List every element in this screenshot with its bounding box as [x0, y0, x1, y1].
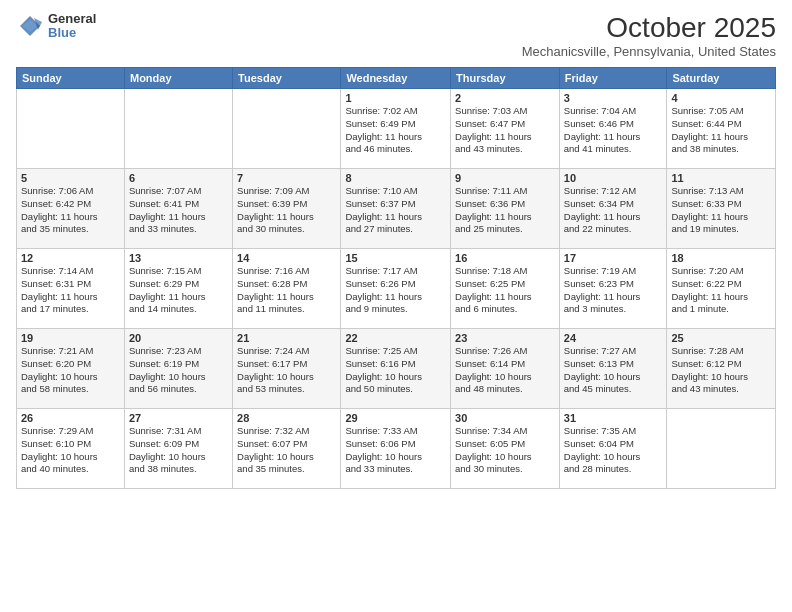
calendar-cell: 17Sunrise: 7:19 AM Sunset: 6:23 PM Dayli… — [559, 249, 667, 329]
calendar-cell: 22Sunrise: 7:25 AM Sunset: 6:16 PM Dayli… — [341, 329, 451, 409]
day-info: Sunrise: 7:02 AM Sunset: 6:49 PM Dayligh… — [345, 105, 446, 156]
day-info: Sunrise: 7:32 AM Sunset: 6:07 PM Dayligh… — [237, 425, 336, 476]
calendar-cell: 14Sunrise: 7:16 AM Sunset: 6:28 PM Dayli… — [233, 249, 341, 329]
calendar-cell: 1Sunrise: 7:02 AM Sunset: 6:49 PM Daylig… — [341, 89, 451, 169]
col-thursday: Thursday — [451, 68, 560, 89]
logo-blue-text: Blue — [48, 26, 96, 40]
day-number: 23 — [455, 332, 555, 344]
calendar-body: 1Sunrise: 7:02 AM Sunset: 6:49 PM Daylig… — [17, 89, 776, 489]
day-number: 20 — [129, 332, 228, 344]
location: Mechanicsville, Pennsylvania, United Sta… — [522, 44, 776, 59]
week-row-1: 1Sunrise: 7:02 AM Sunset: 6:49 PM Daylig… — [17, 89, 776, 169]
day-info: Sunrise: 7:17 AM Sunset: 6:26 PM Dayligh… — [345, 265, 446, 316]
day-info: Sunrise: 7:33 AM Sunset: 6:06 PM Dayligh… — [345, 425, 446, 476]
day-number: 21 — [237, 332, 336, 344]
day-info: Sunrise: 7:09 AM Sunset: 6:39 PM Dayligh… — [237, 185, 336, 236]
day-info: Sunrise: 7:35 AM Sunset: 6:04 PM Dayligh… — [564, 425, 663, 476]
calendar-header: Sunday Monday Tuesday Wednesday Thursday… — [17, 68, 776, 89]
calendar-cell: 20Sunrise: 7:23 AM Sunset: 6:19 PM Dayli… — [124, 329, 232, 409]
day-info: Sunrise: 7:20 AM Sunset: 6:22 PM Dayligh… — [671, 265, 771, 316]
day-number: 29 — [345, 412, 446, 424]
day-number: 15 — [345, 252, 446, 264]
col-friday: Friday — [559, 68, 667, 89]
calendar-cell: 30Sunrise: 7:34 AM Sunset: 6:05 PM Dayli… — [451, 409, 560, 489]
calendar-cell: 25Sunrise: 7:28 AM Sunset: 6:12 PM Dayli… — [667, 329, 776, 409]
day-number: 8 — [345, 172, 446, 184]
logo: General Blue — [16, 12, 96, 41]
day-info: Sunrise: 7:27 AM Sunset: 6:13 PM Dayligh… — [564, 345, 663, 396]
day-info: Sunrise: 7:26 AM Sunset: 6:14 PM Dayligh… — [455, 345, 555, 396]
calendar-cell — [667, 409, 776, 489]
col-tuesday: Tuesday — [233, 68, 341, 89]
calendar-cell: 24Sunrise: 7:27 AM Sunset: 6:13 PM Dayli… — [559, 329, 667, 409]
col-sunday: Sunday — [17, 68, 125, 89]
calendar-cell — [233, 89, 341, 169]
calendar-cell: 8Sunrise: 7:10 AM Sunset: 6:37 PM Daylig… — [341, 169, 451, 249]
week-row-2: 5Sunrise: 7:06 AM Sunset: 6:42 PM Daylig… — [17, 169, 776, 249]
day-info: Sunrise: 7:23 AM Sunset: 6:19 PM Dayligh… — [129, 345, 228, 396]
day-info: Sunrise: 7:15 AM Sunset: 6:29 PM Dayligh… — [129, 265, 228, 316]
day-number: 25 — [671, 332, 771, 344]
day-info: Sunrise: 7:24 AM Sunset: 6:17 PM Dayligh… — [237, 345, 336, 396]
day-info: Sunrise: 7:12 AM Sunset: 6:34 PM Dayligh… — [564, 185, 663, 236]
day-info: Sunrise: 7:16 AM Sunset: 6:28 PM Dayligh… — [237, 265, 336, 316]
day-info: Sunrise: 7:31 AM Sunset: 6:09 PM Dayligh… — [129, 425, 228, 476]
calendar-cell: 11Sunrise: 7:13 AM Sunset: 6:33 PM Dayli… — [667, 169, 776, 249]
day-number: 22 — [345, 332, 446, 344]
day-info: Sunrise: 7:25 AM Sunset: 6:16 PM Dayligh… — [345, 345, 446, 396]
calendar-cell: 31Sunrise: 7:35 AM Sunset: 6:04 PM Dayli… — [559, 409, 667, 489]
day-info: Sunrise: 7:06 AM Sunset: 6:42 PM Dayligh… — [21, 185, 120, 236]
day-number: 24 — [564, 332, 663, 344]
month-title: October 2025 — [522, 12, 776, 44]
calendar-cell: 21Sunrise: 7:24 AM Sunset: 6:17 PM Dayli… — [233, 329, 341, 409]
logo-icon — [16, 12, 44, 40]
day-number: 28 — [237, 412, 336, 424]
week-row-4: 19Sunrise: 7:21 AM Sunset: 6:20 PM Dayli… — [17, 329, 776, 409]
day-number: 11 — [671, 172, 771, 184]
day-number: 13 — [129, 252, 228, 264]
calendar-cell: 15Sunrise: 7:17 AM Sunset: 6:26 PM Dayli… — [341, 249, 451, 329]
day-number: 31 — [564, 412, 663, 424]
week-row-3: 12Sunrise: 7:14 AM Sunset: 6:31 PM Dayli… — [17, 249, 776, 329]
day-number: 12 — [21, 252, 120, 264]
day-number: 18 — [671, 252, 771, 264]
calendar-cell: 18Sunrise: 7:20 AM Sunset: 6:22 PM Dayli… — [667, 249, 776, 329]
col-saturday: Saturday — [667, 68, 776, 89]
calendar-cell: 6Sunrise: 7:07 AM Sunset: 6:41 PM Daylig… — [124, 169, 232, 249]
calendar-cell: 26Sunrise: 7:29 AM Sunset: 6:10 PM Dayli… — [17, 409, 125, 489]
col-monday: Monday — [124, 68, 232, 89]
calendar-cell: 28Sunrise: 7:32 AM Sunset: 6:07 PM Dayli… — [233, 409, 341, 489]
calendar-cell: 19Sunrise: 7:21 AM Sunset: 6:20 PM Dayli… — [17, 329, 125, 409]
calendar-cell: 9Sunrise: 7:11 AM Sunset: 6:36 PM Daylig… — [451, 169, 560, 249]
day-info: Sunrise: 7:07 AM Sunset: 6:41 PM Dayligh… — [129, 185, 228, 236]
day-info: Sunrise: 7:19 AM Sunset: 6:23 PM Dayligh… — [564, 265, 663, 316]
day-number: 27 — [129, 412, 228, 424]
calendar-cell: 4Sunrise: 7:05 AM Sunset: 6:44 PM Daylig… — [667, 89, 776, 169]
day-number: 1 — [345, 92, 446, 104]
day-number: 7 — [237, 172, 336, 184]
calendar-cell: 2Sunrise: 7:03 AM Sunset: 6:47 PM Daylig… — [451, 89, 560, 169]
day-info: Sunrise: 7:10 AM Sunset: 6:37 PM Dayligh… — [345, 185, 446, 236]
page: General Blue October 2025 Mechanicsville… — [0, 0, 792, 612]
day-info: Sunrise: 7:13 AM Sunset: 6:33 PM Dayligh… — [671, 185, 771, 236]
col-wednesday: Wednesday — [341, 68, 451, 89]
calendar-cell: 3Sunrise: 7:04 AM Sunset: 6:46 PM Daylig… — [559, 89, 667, 169]
header-row: Sunday Monday Tuesday Wednesday Thursday… — [17, 68, 776, 89]
calendar-cell: 13Sunrise: 7:15 AM Sunset: 6:29 PM Dayli… — [124, 249, 232, 329]
day-info: Sunrise: 7:29 AM Sunset: 6:10 PM Dayligh… — [21, 425, 120, 476]
calendar-cell: 5Sunrise: 7:06 AM Sunset: 6:42 PM Daylig… — [17, 169, 125, 249]
calendar-cell — [17, 89, 125, 169]
day-number: 19 — [21, 332, 120, 344]
day-number: 14 — [237, 252, 336, 264]
day-number: 30 — [455, 412, 555, 424]
calendar-cell: 12Sunrise: 7:14 AM Sunset: 6:31 PM Dayli… — [17, 249, 125, 329]
day-info: Sunrise: 7:28 AM Sunset: 6:12 PM Dayligh… — [671, 345, 771, 396]
calendar-cell — [124, 89, 232, 169]
day-info: Sunrise: 7:14 AM Sunset: 6:31 PM Dayligh… — [21, 265, 120, 316]
calendar-cell: 27Sunrise: 7:31 AM Sunset: 6:09 PM Dayli… — [124, 409, 232, 489]
day-number: 9 — [455, 172, 555, 184]
day-number: 17 — [564, 252, 663, 264]
day-info: Sunrise: 7:03 AM Sunset: 6:47 PM Dayligh… — [455, 105, 555, 156]
week-row-5: 26Sunrise: 7:29 AM Sunset: 6:10 PM Dayli… — [17, 409, 776, 489]
day-info: Sunrise: 7:34 AM Sunset: 6:05 PM Dayligh… — [455, 425, 555, 476]
